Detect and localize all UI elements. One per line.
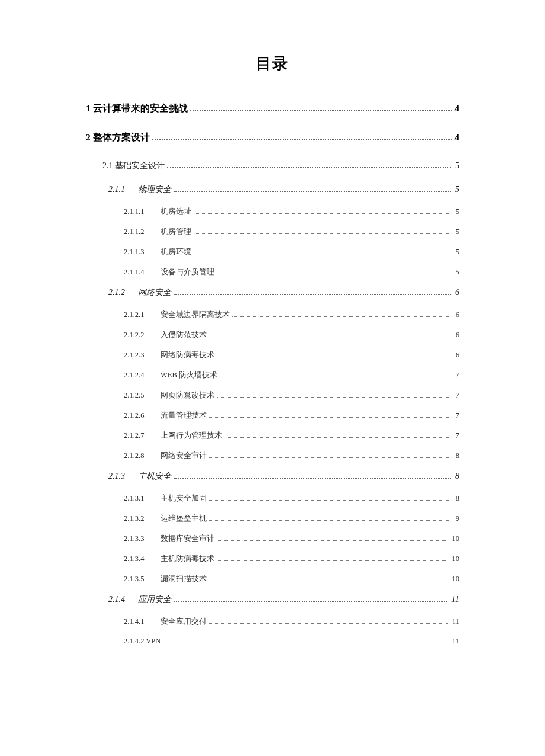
entry-label: 2.1.4.2 VPN xyxy=(124,637,161,646)
entry-label: 2.1.3.3数据库安全审计 xyxy=(124,534,214,544)
entry-label: 2.1.2.1安全域边界隔离技术 xyxy=(124,310,230,320)
leader-dots xyxy=(163,637,448,643)
leader-dots xyxy=(209,575,447,581)
entry-page: 5 xyxy=(454,268,459,277)
leader-dots xyxy=(174,287,451,295)
toc-entry: 1 云计算带来的安全挑战 4 xyxy=(86,102,459,115)
entry-label: 2.1.1.1机房选址 xyxy=(124,207,191,217)
toc-entry: 2.1.3.2运维堡垒主机 9 xyxy=(124,514,459,524)
toc-entry: 2.1.2.3网络防病毒技术 6 xyxy=(124,350,459,360)
entry-label: 2.1.4应用安全 xyxy=(108,594,171,605)
entry-label: 2.1.1.4设备与介质管理 xyxy=(124,267,214,277)
leader-dots xyxy=(209,494,451,501)
entry-label: 2.1.2.5网页防篡改技术 xyxy=(124,390,214,401)
toc-entry: 2 整体方案设计 4 xyxy=(86,132,459,144)
leader-dots xyxy=(174,471,451,479)
toc-entry: 2.1.4.1安全应用交付 11 xyxy=(124,617,459,627)
toc-entry: 2.1.2.8网络安全审计 8 xyxy=(124,451,459,461)
leader-dots xyxy=(194,207,451,214)
leader-dots xyxy=(220,371,451,377)
entry-label: 2.1.2.2入侵防范技术 xyxy=(124,330,207,340)
entry-label: 2.1.3.5漏洞扫描技术 xyxy=(124,574,207,584)
entry-page: 7 xyxy=(454,371,459,380)
entry-label: 2.1.2.6流量管理技术 xyxy=(124,411,207,421)
toc-entry: 2.1.1.4设备与介质管理 5 xyxy=(124,267,459,277)
toc-entry: 2.1.3.5漏洞扫描技术 10 xyxy=(124,574,459,584)
toc-entry: 2.1.2.6流量管理技术 7 xyxy=(124,411,459,421)
toc-entry: 2.1.4应用安全 11 xyxy=(108,594,459,605)
entry-label: 2.1.2.3网络防病毒技术 xyxy=(124,350,214,360)
toc-entry: 2.1.2.2入侵防范技术 6 xyxy=(124,330,459,340)
toc-title: 目录 xyxy=(86,53,459,74)
entry-label: 2.1.3.2运维堡垒主机 xyxy=(124,514,207,524)
entry-page: 11 xyxy=(450,637,459,646)
entry-label: 2.1.1.3机房环境 xyxy=(124,247,191,257)
leader-dots xyxy=(174,594,447,602)
toc-entry: 2.1.1.1机房选址 5 xyxy=(124,207,459,217)
toc-entry: 2.1 基础安全设计 5 xyxy=(102,161,459,171)
entry-page: 10 xyxy=(450,555,459,563)
entry-page: 8 xyxy=(453,472,460,481)
entry-label: 2.1.2.7上网行为管理技术 xyxy=(124,431,222,441)
toc-entry: 2.1.2网络安全 6 xyxy=(108,287,459,298)
leader-dots xyxy=(217,555,447,561)
entry-label: 2.1.2网络安全 xyxy=(108,287,171,298)
entry-label: 2.1.1物理安全 xyxy=(108,184,171,195)
leader-dots xyxy=(194,248,451,254)
entry-page: 10 xyxy=(450,575,459,584)
entry-label: 2 整体方案设计 xyxy=(86,132,150,144)
entry-page: 5 xyxy=(454,207,459,216)
entry-page: 7 xyxy=(454,411,459,420)
entry-label: 2.1.4.1安全应用交付 xyxy=(124,617,207,627)
leader-dots xyxy=(174,184,451,192)
leader-dots xyxy=(190,103,453,111)
entry-label: 2.1.2.4WEB 防火墙技术 xyxy=(124,370,217,380)
entry-page: 9 xyxy=(454,514,459,523)
entry-page: 6 xyxy=(454,310,459,319)
entry-page: 11 xyxy=(450,595,459,604)
leader-dots xyxy=(167,161,451,168)
leader-dots xyxy=(217,534,447,541)
leader-dots xyxy=(217,351,451,357)
leader-dots xyxy=(209,451,451,458)
toc-entry: 2.1.3.4主机防病毒技术 10 xyxy=(124,554,459,564)
entry-label: 2.1.3主机安全 xyxy=(108,471,171,482)
entry-page: 6 xyxy=(453,288,460,297)
entry-page: 7 xyxy=(454,431,459,440)
entry-page: 4 xyxy=(454,103,459,114)
toc-entry: 2.1.2.5网页防篡改技术 7 xyxy=(124,390,459,401)
leader-dots xyxy=(194,228,451,234)
toc-entry: 2.1.2.4WEB 防火墙技术 7 xyxy=(124,370,459,380)
toc-body: 1 云计算带来的安全挑战 42 整体方案设计 42.1 基础安全设计 52.1.… xyxy=(86,102,459,646)
entry-page: 5 xyxy=(454,248,459,257)
entry-label: 2.1 基础安全设计 xyxy=(102,161,165,171)
leader-dots xyxy=(209,331,451,337)
toc-entry: 2.1.3.3数据库安全审计 10 xyxy=(124,534,459,544)
toc-entry: 2.1.2.1安全域边界隔离技术 6 xyxy=(124,310,459,320)
toc-entry: 2.1.3.1主机安全加固 8 xyxy=(124,494,459,504)
toc-entry: 2.1.3主机安全 8 xyxy=(108,471,459,482)
entry-label: 2.1.3.4主机防病毒技术 xyxy=(124,554,214,564)
leader-dots xyxy=(217,268,451,274)
entry-page: 7 xyxy=(454,391,459,400)
toc-entry: 2.1.4.2 VPN 11 xyxy=(124,637,459,646)
entry-page: 4 xyxy=(454,132,459,143)
toc-entry: 2.1.1物理安全 5 xyxy=(108,184,459,195)
leader-dots xyxy=(152,132,453,140)
entry-label: 2.1.3.1主机安全加固 xyxy=(124,494,207,504)
entry-page: 5 xyxy=(454,228,459,236)
entry-page: 8 xyxy=(454,494,459,503)
entry-label: 2.1.2.8网络安全审计 xyxy=(124,451,207,461)
entry-page: 6 xyxy=(454,331,459,339)
leader-dots xyxy=(209,617,448,624)
leader-dots xyxy=(209,411,451,418)
entry-page: 6 xyxy=(454,351,459,360)
entry-label: 1 云计算带来的安全挑战 xyxy=(86,102,188,115)
entry-page: 10 xyxy=(450,534,459,543)
toc-entry: 2.1.1.2机房管理 5 xyxy=(124,227,459,237)
leader-dots xyxy=(232,310,451,317)
entry-page: 5 xyxy=(453,185,460,194)
entry-page: 5 xyxy=(453,161,460,171)
toc-entry: 2.1.1.3机房环境 5 xyxy=(124,247,459,257)
entry-label: 2.1.1.2机房管理 xyxy=(124,227,191,237)
